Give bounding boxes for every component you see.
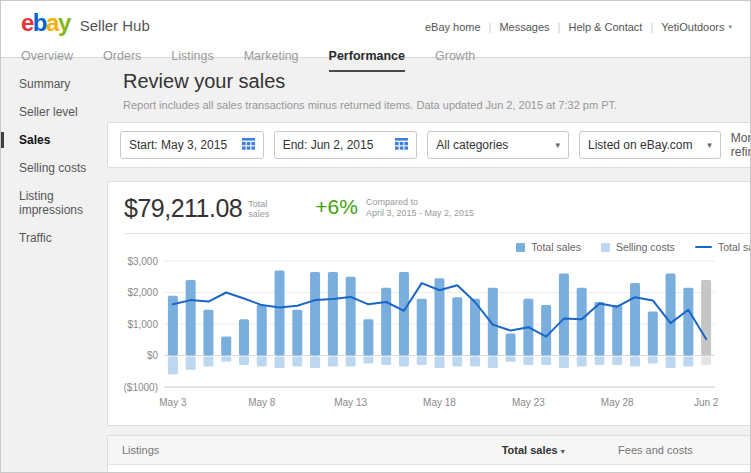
bar-selling-costs-may-12[interactable] [328,357,338,367]
logo-letter: y [58,9,70,36]
bar-selling-costs-may-6[interactable] [221,357,231,362]
sidebar-item-seller-level[interactable]: Seller level [1,98,107,126]
bar-total-sales-may-31[interactable] [666,274,676,356]
bar-total-sales-may-14[interactable] [363,319,373,355]
bar-total-sales-may-29[interactable] [630,283,640,355]
more-refinements-button[interactable]: More refinements [731,131,751,159]
bar-selling-costs-may-3[interactable] [168,357,178,375]
end-date-input[interactable]: End: Jun 2, 2015 [274,131,418,159]
top-link-ebay-home[interactable]: eBay home [425,21,481,33]
x-axis-label: May 13 [334,397,367,408]
legend-label: Total sales for prior period [718,241,751,253]
top-link-help-contact[interactable]: Help & Contact [568,21,642,33]
bar-total-sales-may-30[interactable] [648,311,658,355]
bar-total-sales-may-28[interactable] [612,305,622,355]
separator: | [650,21,653,33]
bar-total-sales-may-6[interactable] [221,337,231,356]
bar-selling-costs-jun-1[interactable] [683,357,693,367]
bar-total-sales-may-16[interactable] [399,272,409,355]
bar-total-sales-may-12[interactable] [328,272,338,355]
bar-total-sales-may-4[interactable] [186,280,196,356]
bar-selling-costs-jun-2[interactable] [701,357,711,365]
bar-total-sales-may-9[interactable] [275,270,285,355]
bar-selling-costs-may-18[interactable] [435,357,445,369]
sidebar-item-selling-costs[interactable]: Selling costs [1,154,107,182]
bar-total-sales-may-24[interactable] [541,305,551,355]
bar-selling-costs-may-5[interactable] [203,357,213,367]
bar-selling-costs-may-25[interactable] [559,357,569,369]
sidebar-item-summary[interactable]: Summary [1,70,107,98]
x-axis-label: May 23 [512,397,545,408]
calendar-icon[interactable] [242,138,255,153]
bar-selling-costs-may-23[interactable] [523,357,533,365]
bar-total-sales-may-15[interactable] [381,288,391,356]
bar-selling-costs-may-9[interactable] [275,357,285,369]
bar-total-sales-may-8[interactable] [257,305,267,355]
bar-selling-costs-may-24[interactable] [541,357,551,365]
bar-total-sales-may-17[interactable] [417,299,427,356]
bar-selling-costs-may-14[interactable] [363,357,373,364]
bar-selling-costs-may-17[interactable] [417,357,427,365]
bar-total-sales-may-27[interactable] [594,302,604,356]
bar-total-sales-jun-1[interactable] [683,288,693,356]
top-link-messages[interactable]: Messages [499,21,549,33]
change-percent: +6% [315,195,358,219]
page-description: Report includes all sales transactions m… [123,99,751,111]
bar-selling-costs-may-8[interactable] [257,357,267,367]
chevron-down-icon: ▾ [707,140,712,150]
y-axis-label: $2,000 [127,287,158,298]
bar-selling-costs-may-29[interactable] [630,357,640,367]
bar-total-sales-may-22[interactable] [506,333,516,355]
bar-selling-costs-may-30[interactable] [648,357,658,364]
bar-total-sales-may-19[interactable] [452,297,462,355]
page-title: Review your sales [123,70,751,93]
calendar-icon[interactable] [395,138,408,153]
bar-selling-costs-may-20[interactable] [470,357,480,367]
bar-total-sales-may-25[interactable] [559,274,569,356]
sidebar-item-traffic[interactable]: Traffic [1,224,107,252]
bar-total-sales-may-11[interactable] [310,272,320,355]
bar-selling-costs-may-11[interactable] [310,357,320,369]
bar-selling-costs-may-13[interactable] [346,357,356,367]
bar-total-sales-may-5[interactable] [203,310,213,356]
bar-selling-costs-may-16[interactable] [399,357,409,367]
sidebar-item-sales[interactable]: Sales [1,126,107,154]
x-axis-label: May 3 [159,397,187,408]
account-menu[interactable]: YetiOutdoors▾ [661,21,732,33]
bar-selling-costs-may-10[interactable] [292,357,302,367]
top-bar: ebay Seller Hub eBay home|Messages|Help … [1,1,750,58]
bar-selling-costs-may-15[interactable] [381,357,391,365]
category-select[interactable]: All categories ▾ [427,131,569,159]
y-axis-label: ($1000) [124,382,158,393]
bar-selling-costs-may-21[interactable] [488,357,498,369]
bar-selling-costs-may-22[interactable] [506,357,516,362]
sales-chart: $3,000$2,000$1,000$0($1000)May 3May 8May… [124,255,721,413]
bar-selling-costs-may-31[interactable] [666,357,676,369]
bar-total-sales-jun-2[interactable] [701,280,711,356]
site-select[interactable]: Listed on eBay.com ▾ [579,131,721,159]
legend-square-swatch [601,243,610,252]
column-header-fees[interactable]: Fees and costs [565,444,693,456]
logo-letter: e [21,9,33,36]
bar-total-sales-may-10[interactable] [292,310,302,356]
sidebar: SummarySeller levelSalesSelling costsLis… [1,58,107,473]
sidebar-item-listing-impressions[interactable]: Listing impressions [1,182,107,224]
bar-selling-costs-may-27[interactable] [594,357,604,365]
bar-total-sales-may-7[interactable] [239,319,249,355]
column-header-net-sales[interactable]: Net sales [693,444,751,456]
ebay-logo[interactable]: ebay Seller Hub [21,9,150,37]
column-header-listings[interactable]: Listings [122,444,417,456]
bar-selling-costs-may-19[interactable] [452,357,462,367]
bar-selling-costs-may-7[interactable] [239,357,249,365]
chevron-down-icon: ▾ [555,140,560,150]
bar-total-sales-may-13[interactable] [346,277,356,356]
legend-item-selling-costs: Selling costs [601,241,675,253]
start-date-input[interactable]: Start: May 3, 2015 [120,131,264,159]
bar-selling-costs-may-28[interactable] [612,357,622,365]
bar-selling-costs-may-4[interactable] [186,357,196,370]
bar-total-sales-may-26[interactable] [577,288,587,356]
y-axis-label: $3,000 [127,256,158,267]
start-date-value: Start: May 3, 2015 [129,138,227,152]
bar-selling-costs-may-26[interactable] [577,357,587,367]
column-header-total-sales[interactable]: Total sales▾ [417,444,565,456]
